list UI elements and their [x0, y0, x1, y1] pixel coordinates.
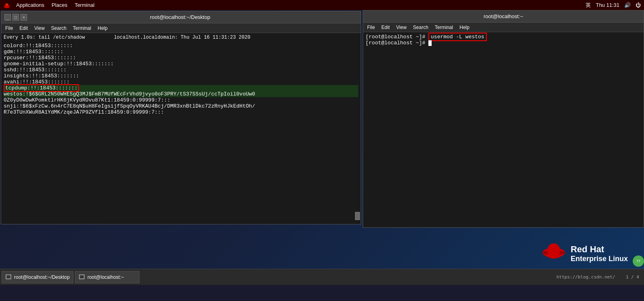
svg-rect-9: [80, 276, 83, 278]
redhat-brand-text: Red Hat Enterprise Linux: [571, 244, 628, 264]
desktop: _ □ ✕ root@localhost:~/Desktop File Edit…: [0, 10, 644, 285]
term-file-right[interactable]: File: [365, 25, 377, 30]
terminal-line-12: R7e3TUnXWuR8A1YdMK/zqeJA7P9ZVfl1:18459:0…: [4, 109, 358, 115]
svg-point-2: [5, 3, 8, 5]
clock: Thu 11:31: [596, 2, 619, 8]
term-file-left[interactable]: File: [3, 25, 15, 31]
term-help-left[interactable]: Help: [95, 25, 110, 31]
terminal-line-6: insights:!!:18453:::::::: [4, 73, 358, 79]
taskbar-icon-home: [79, 274, 85, 280]
corner-badge: 77: [633, 255, 644, 267]
close-button-left[interactable]: ✕: [21, 14, 27, 21]
term-edit-left[interactable]: Edit: [17, 25, 30, 31]
maximize-button-left[interactable]: □: [12, 14, 19, 21]
terminal-body-right[interactable]: [root@localhost ~]# usermod -L westos [r…: [363, 32, 644, 227]
terminal-body-left[interactable]: Every 1.0s: tail /etc/shadow localhost.l…: [1, 33, 361, 224]
terminal-line-10: 0Z0yD0wDwKPomktlrHK6jKVydROvu87Kt1:18459…: [4, 97, 358, 103]
terminal-window-right: root@localhost:~ File Edit View Search T…: [363, 10, 644, 228]
svg-rect-7: [7, 276, 10, 278]
title-buttons-left: _ □ ✕: [4, 14, 27, 21]
terminal-line-3: rpcuser:!!:18453:::::::: [4, 55, 358, 61]
language-indicator: 英: [586, 2, 591, 9]
taskbar-item-home[interactable]: root@localhost:~: [75, 271, 139, 283]
system-bar-left: Applications Places Terminal: [3, 2, 98, 9]
system-bar-right: 英 Thu 11:31 🔊 ⏻: [586, 2, 641, 9]
term-view-left[interactable]: View: [32, 25, 47, 31]
taskbar: root@localhost:~/Desktop root@localhost:…: [0, 269, 644, 285]
minimize-button-left[interactable]: _: [4, 14, 11, 21]
page-indicator: 1 / 4: [626, 274, 639, 280]
terminal-titlebar-left: _ □ ✕ root@localhost:~/Desktop: [1, 11, 361, 23]
term-view-right[interactable]: View: [394, 25, 409, 30]
terminal-line-8: tcpdump:!!:18453:::::::: [4, 85, 358, 91]
terminal-titlebar-right: root@localhost:~: [363, 10, 644, 23]
taskbar-item-desktop[interactable]: root@localhost:~/Desktop: [2, 271, 73, 283]
power-icon[interactable]: ⏻: [636, 2, 641, 8]
terminal-menubar-right: File Edit View Search Terminal Help: [363, 23, 644, 32]
redhat-name: Red Hat Enterprise Linux: [571, 244, 628, 264]
terminal-line-2: gdm:!!:18453:::::::: [4, 49, 358, 55]
terminal-line-11: snji:!$6$xFzCw.6n4rC7E8qN$uH8FeIgsijfSpq…: [4, 103, 358, 109]
redhat-branding: Red Hat Enterprise Linux: [542, 243, 628, 265]
taskbar-icon-desktop: [5, 274, 12, 280]
term-search-right[interactable]: Search: [411, 25, 431, 30]
volume-icon[interactable]: 🔊: [624, 2, 631, 8]
svg-point-5: [547, 243, 560, 258]
blog-url: https://blog.csdn.net/: [557, 274, 615, 280]
usermod-command-highlight: usermod -L westos: [428, 33, 487, 41]
terminal-line-5: sshd:!!:18453:::::::: [4, 67, 358, 73]
term-help-right[interactable]: Help: [457, 25, 472, 30]
terminal-menu[interactable]: Terminal: [71, 2, 98, 8]
terminal-line-1: colord:!!:18453:::::::: [4, 43, 358, 49]
terminal-line-9: westos:!$6$GRL2N50WHESgQ3MJ$FmB7MUfWEcFr…: [4, 91, 358, 97]
terminal-right-line-2: [root@localhost ~]#: [366, 40, 641, 46]
redhat-logo-icon: [3, 2, 10, 9]
taskbar-item-home-label: root@localhost:~: [87, 274, 124, 280]
terminal-right-line-1: [root@localhost ~]# usermod -L westos: [366, 34, 641, 40]
terminal-menubar-left: File Edit View Search Terminal Help: [1, 23, 361, 33]
applications-menu[interactable]: Applications: [13, 2, 48, 8]
cursor: [428, 40, 432, 46]
term-edit-right[interactable]: Edit: [379, 25, 392, 30]
taskbar-item-desktop-label: root@localhost:~/Desktop: [14, 274, 70, 280]
places-menu[interactable]: Places: [48, 2, 71, 8]
terminal-window-left: _ □ ✕ root@localhost:~/Desktop File Edit…: [1, 11, 361, 224]
terminal-title-right: root@localhost:~: [366, 13, 640, 19]
term-terminal-right[interactable]: Terminal: [432, 25, 455, 30]
redhat-logo-large-icon: [542, 243, 566, 265]
terminal-header-line: Every 1.0s: tail /etc/shadow localhost.l…: [4, 35, 358, 40]
term-search-left[interactable]: Search: [49, 25, 69, 31]
terminal-line-4: gnome-initial-setup:!!:18453:::::::: [4, 61, 358, 67]
term-terminal-left[interactable]: Terminal: [71, 25, 93, 31]
taskbar-right: https://blog.csdn.net/ 1 / 4: [557, 274, 642, 280]
terminal-title-left: root@localhost:~/Desktop: [27, 14, 333, 20]
system-bar: Applications Places Terminal 英 Thu 11:31…: [0, 0, 644, 10]
scrollbar-indicator[interactable]: [355, 212, 360, 220]
